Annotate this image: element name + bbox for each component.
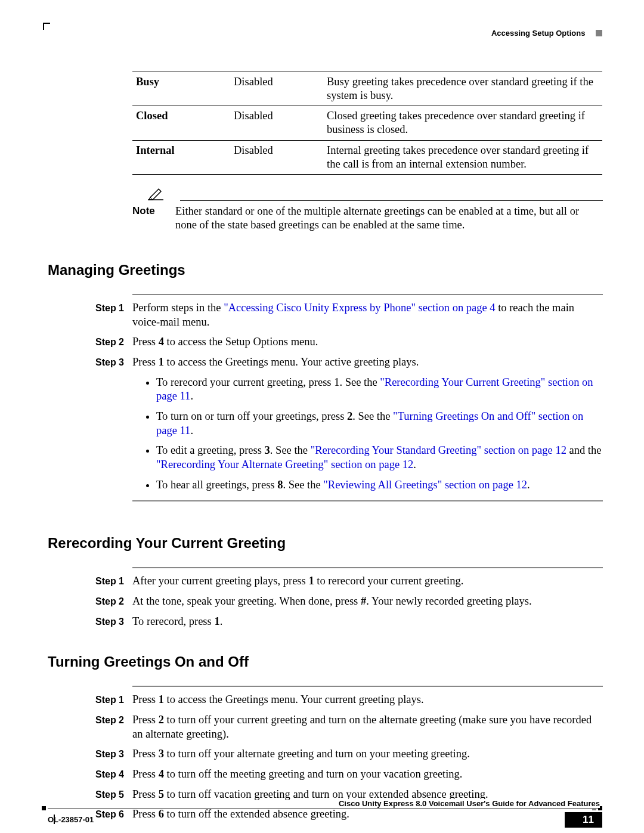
step-body: Press 4 to turn off the meeting greeting… [132,767,602,782]
step-body: Perform steps in the "Accessing Cisco Un… [132,301,602,329]
step-label: Step 2 [95,713,132,726]
link-rerecord-standard[interactable]: "Rerecording Your Standard Greeting" sec… [311,444,566,456]
step-row: Step 2 Press 4 to access the Setup Optio… [95,335,602,349]
note-text: Either standard or one of the multiple a… [175,205,593,232]
step-label: Step 5 [95,788,132,801]
link-rerecord-alternate[interactable]: "Rerecording Your Alternate Greeting" se… [156,459,413,470]
crop-mark-top-left [43,23,50,30]
greeting-name: Closed [132,106,230,140]
step-label: Step 3 [95,615,132,628]
step-body: Press 3 to turn off your alternate greet… [132,747,602,761]
rerecord-steps: Step 1 After your current greeting plays… [95,574,602,628]
step-label: Step 1 [95,301,132,314]
greeting-name: Internal [132,140,230,174]
heading-managing-greetings: Managing Greetings [48,262,602,278]
step-label: Step 1 [95,574,132,587]
step-body: Press 6 to turn off the extended absence… [132,807,602,822]
section-rule [132,567,603,568]
step-label: Step 6 [95,807,132,820]
step-row: Step 6 Press 6 to turn off the extended … [95,807,602,822]
step-label: Step 2 [95,594,132,608]
step-label: Step 3 [95,355,132,368]
greeting-state: Disabled [230,140,323,174]
section-rule [132,686,603,687]
heading-rerecording-current: Rerecording Your Current Greeting [48,535,602,552]
greeting-desc: Busy greeting takes precedence over stan… [323,72,602,106]
table-row: Closed Disabled Closed greeting takes pr… [132,106,602,140]
list-item: To turn on or turn off your greetings, p… [156,410,602,438]
managing-steps: Step 1 Perform steps in the "Accessing C… [95,301,602,492]
heading-turning-on-off: Turning Greetings On and Off [48,654,602,670]
link-review-all[interactable]: "Reviewing All Greetings" section on pag… [323,479,527,491]
list-item: To hear all greetings, press 8. See the … [156,478,602,493]
footer-doc-number: OL-23857-01 [48,815,94,824]
step-row: Step 2 At the tone, speak your greeting.… [95,594,602,609]
step-row: Step 3 Press 1 to access the Greetings m… [95,355,602,492]
section-rule [132,294,603,295]
managing-bullets: To rerecord your current greeting, press… [132,376,602,493]
greeting-desc: Internal greeting takes precedence over … [323,140,602,174]
footer-book-title: Cisco Unity Express 8.0 Voicemail User's… [334,799,600,808]
page-footer: Cisco Unity Express 8.0 Voicemail User's… [42,809,602,809]
step-body: Press 4 to access the Setup Options menu… [132,335,602,349]
step-row: Step 2 Press 2 to turn off your current … [95,713,602,741]
step-body: At the tone, speak your greeting. When d… [132,594,602,609]
header-decor-box [596,30,602,36]
step-label: Step 1 [95,693,132,706]
step-row: Step 1 Perform steps in the "Accessing C… [95,301,602,329]
list-item: To rerecord your current greeting, press… [156,376,602,404]
link-accessing-by-phone[interactable]: "Accessing Cisco Unity Express by Phone"… [224,302,495,314]
note-block: NoteEither standard or one of the multip… [132,190,602,232]
section-rule [132,500,603,501]
footer-rule [48,809,602,809]
step-row: Step 1 After your current greeting plays… [95,574,602,589]
step-row: Step 1 Press 1 to access the Greetings m… [95,693,602,707]
step-label: Step 4 [95,767,132,781]
step-body: After your current greeting plays, press… [132,574,602,589]
note-rule [180,200,603,201]
running-header: Accessing Setup Options [491,29,602,38]
step-body: Press 1 to access the Greetings menu. Yo… [132,693,602,707]
step-row: Step 3 To rerecord, press 1. [95,615,602,629]
greeting-desc: Closed greeting takes precedence over st… [323,106,602,140]
note-label: Note [132,205,175,217]
header-section-name: Accessing Setup Options [491,29,585,38]
greeting-name: Busy [132,72,230,106]
page-number: 11 [565,812,602,828]
step-row: Step 4 Press 4 to turn off the meeting g… [95,767,602,782]
crop-mark-bottom-left [42,806,46,810]
step-body: Press 1 to access the Greetings menu. Yo… [132,355,602,492]
greeting-state: Disabled [230,106,323,140]
greetings-precedence-table: Busy Disabled Busy greeting takes preced… [132,72,602,175]
step-row: Step 3 Press 3 to turn off your alternat… [95,747,602,761]
step-label: Step 3 [95,747,132,760]
step-body: To rerecord, press 1. [132,615,602,629]
pencil-icon [147,187,165,205]
list-item: To edit a greeting, press 3. See the "Re… [156,444,602,472]
step-body: Press 2 to turn off your current greetin… [132,713,602,741]
step-label: Step 2 [95,335,132,348]
table-row: Internal Disabled Internal greeting take… [132,140,602,174]
table-row: Busy Disabled Busy greeting takes preced… [132,72,602,106]
greeting-state: Disabled [230,72,323,106]
